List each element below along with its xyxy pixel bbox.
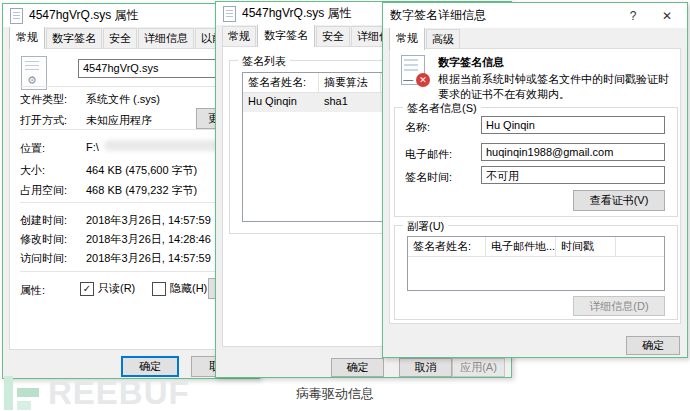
tab-details[interactable]: 详细信息: [138, 28, 194, 49]
countersignatures-list[interactable]: 签名者姓名: 电子邮件地... 时间戳: [407, 236, 665, 291]
email-label: 电子邮件:: [405, 147, 452, 162]
column-signer-name[interactable]: 签名者姓名:: [408, 237, 486, 256]
column-signer-name[interactable]: 签名者姓名:: [243, 73, 319, 92]
signature-details-window: 数字签名详细信息 ? ✕ 常规 高级 ✕ 数字签名信息 根据当前系统时钟或签名文…: [382, 2, 688, 358]
tabstrip: 常规 高级: [383, 28, 687, 50]
file-type-value: 系统文件 (.sys): [86, 92, 160, 107]
size-on-disk-label: 占用空间:: [20, 183, 67, 198]
tab-digital-signatures[interactable]: 数字签名: [257, 25, 315, 47]
modified-value: 2018年3月26日, 14:28:46: [86, 232, 211, 247]
separator: [20, 202, 244, 203]
readonly-label: 只读(R): [98, 281, 135, 296]
separator: [20, 86, 244, 87]
tab-security[interactable]: 安全: [316, 26, 350, 47]
readonly-checkbox[interactable]: ✓ 只读(R): [80, 281, 135, 296]
tab-general[interactable]: 常规: [9, 27, 45, 49]
sys-file-icon: ⚙: [18, 56, 50, 90]
checkbox-empty: [152, 282, 166, 296]
check-icon: ✓: [80, 282, 94, 296]
window-title: 4547hgVrQ.sys 属性: [242, 5, 352, 22]
size-label: 大小:: [20, 163, 45, 178]
column-timestamp[interactable]: 时间戳: [556, 237, 616, 256]
watermark-text: REEBUF: [48, 376, 190, 410]
location-value: F:\: [86, 141, 99, 153]
digest-algorithm-cell: sha1: [319, 93, 381, 112]
location-label: 位置:: [20, 141, 45, 156]
window-title: 数字签名详细信息: [390, 7, 612, 24]
signer-name-cell: Hu Qinqin: [243, 93, 319, 112]
size-on-disk-value: 468 KB (479,232 字节): [86, 183, 197, 198]
details-button[interactable]: 详细信息(D): [573, 296, 665, 316]
column-digest-algorithm[interactable]: 摘要算法: [319, 73, 381, 92]
ok-button[interactable]: 确定: [331, 358, 384, 377]
signing-time-label: 签名时间:: [405, 170, 452, 185]
ok-button[interactable]: 确定: [626, 336, 680, 355]
info-text: 根据当前系统时钟或签名文件中的时间戳验证时要求的证书不在有效期内。: [438, 72, 676, 102]
created-value: 2018年3月26日, 14:57:59: [86, 213, 211, 228]
document-icon: [223, 6, 236, 22]
created-label: 创建时间:: [20, 213, 67, 228]
error-badge-icon: ✕: [416, 73, 430, 87]
separator: [20, 129, 244, 130]
countersignatures-header: 签名者姓名: 电子邮件地... 时间戳: [408, 237, 664, 257]
column-email-address[interactable]: 电子邮件地...: [486, 237, 556, 256]
file-type-label: 文件类型:: [20, 92, 67, 107]
window-title: 4547hgVrQ.sys 属性: [29, 7, 139, 24]
tab-security[interactable]: 安全: [103, 28, 137, 49]
signing-time-input[interactable]: 不可用: [481, 166, 665, 184]
hidden-label: 隐藏(H): [170, 281, 207, 296]
image-caption: 病毒驱动信息: [296, 385, 374, 403]
cancel-button[interactable]: 取消: [399, 358, 452, 377]
accessed-label: 访问时间:: [20, 251, 67, 266]
tab-digital-signatures[interactable]: 数字签名: [46, 28, 102, 49]
email-input[interactable]: huqinqin1988@gmail.com: [481, 143, 665, 161]
opens-with-value: 未知应用程序: [86, 113, 152, 128]
apply-button[interactable]: 应用(A): [452, 358, 505, 377]
name-input[interactable]: Hu Qinqin: [481, 116, 665, 134]
titlebar[interactable]: 数字签名详细信息 ? ✕: [383, 3, 687, 28]
freebuf-logo-icon: [4, 376, 44, 410]
freebuf-watermark: REEBUF: [4, 376, 190, 410]
signer-info-group-label: 签名者信息(S): [403, 101, 481, 116]
size-value: 464 KB (475,600 字节): [86, 163, 197, 178]
document-icon: [10, 8, 23, 24]
separator: [20, 271, 244, 272]
countersignatures-group: 副署(U) 签名者姓名: 电子邮件地... 时间戳 详细信息(D): [394, 225, 678, 320]
modified-label: 修改时间:: [20, 232, 67, 247]
attributes-label: 属性:: [20, 283, 45, 298]
invalid-certificate-icon: ✕: [400, 55, 430, 87]
opens-with-label: 打开方式:: [20, 113, 67, 128]
name-label: 名称:: [405, 120, 430, 135]
countersignatures-group-label: 副署(U): [403, 219, 448, 234]
info-heading: 数字签名信息: [438, 55, 504, 70]
details-tab-page: ✕ 数字签名信息 根据当前系统时钟或签名文件中的时间戳验证时要求的证书不在有效期…: [389, 48, 681, 324]
tab-general[interactable]: 常规: [389, 28, 425, 50]
signature-list-group-label: 签名列表: [238, 54, 290, 69]
tab-advanced[interactable]: 高级: [426, 29, 460, 50]
close-icon[interactable]: ✕: [654, 5, 680, 26]
help-icon[interactable]: ?: [620, 5, 646, 26]
signer-info-group: 签名者信息(S) 名称: Hu Qinqin 电子邮件: huqinqin198…: [394, 107, 678, 217]
accessed-value: 2018年3月26日, 14:57:59: [86, 251, 211, 266]
tab-general[interactable]: 常规: [222, 26, 256, 47]
view-certificate-button[interactable]: 查看证书(V): [573, 190, 665, 211]
hidden-checkbox[interactable]: 隐藏(H): [152, 281, 207, 296]
